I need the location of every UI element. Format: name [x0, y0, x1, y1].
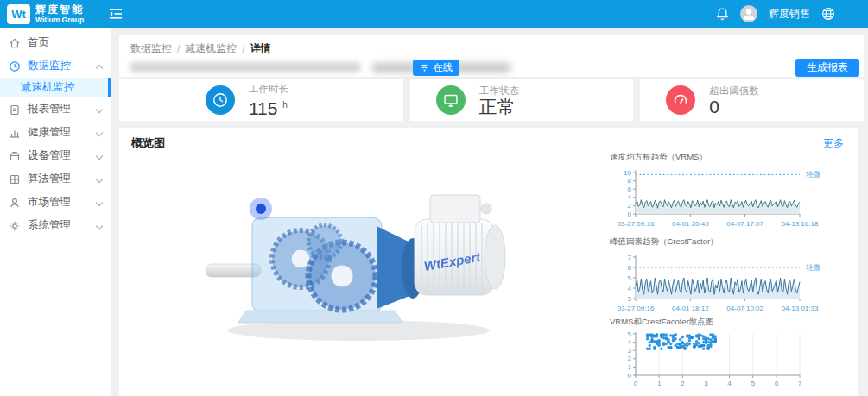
stat-card-working-status: 工作状态 正常 [410, 79, 634, 121]
svg-text:6: 6 [775, 380, 779, 387]
breadcrumb-separator: / [177, 43, 180, 55]
chevron-down-icon [96, 153, 102, 159]
sidebar-item-8[interactable]: 系统管理 [0, 214, 111, 237]
brand-area: Wt 辉度智能 Witium Group [0, 4, 104, 24]
sidebar-item-3[interactable]: 报表管理 [0, 97, 111, 121]
svg-text:7: 7 [628, 254, 632, 261]
sidebar-item-label: 首页 [28, 35, 49, 50]
stat-card-working-hours: 工作时长 115 h [119, 79, 403, 121]
page-topbar: 数据监控/减速机监控/详情 在线 生成报表 [119, 35, 864, 77]
sidebar-item-label: 算法管理 [28, 172, 71, 186]
online-label: 在线 [433, 61, 453, 74]
generate-report-button[interactable]: 生成报表 [795, 59, 859, 77]
sidebar-item-label: 系统管理 [28, 218, 71, 233]
svg-text:04-13 01:33: 04-13 01:33 [782, 305, 819, 312]
svg-text:5: 5 [751, 380, 755, 387]
svg-text:03-27 09:16: 03-27 09:16 [618, 305, 655, 312]
svg-text:04-13 16:18: 04-13 16:18 [782, 220, 819, 228]
device-name-redacted [130, 62, 361, 72]
home-icon [9, 37, 21, 49]
svg-text:0: 0 [628, 372, 632, 380]
chevron-down-icon [96, 223, 102, 229]
gearbox-3d-view: WtExpert [199, 164, 510, 347]
svg-text:04-01 18:12: 04-01 18:12 [672, 305, 709, 312]
user-avatar[interactable] [740, 5, 757, 22]
sidebar-item-5[interactable]: 设备管理 [0, 144, 111, 167]
sidebar-item-4[interactable]: 健康管理 [0, 121, 111, 144]
brand-name: 辉度智能 [35, 4, 84, 16]
report-icon [9, 104, 21, 116]
sidebar-subitem-2[interactable]: 减速机监控 [0, 78, 111, 97]
svg-text:2: 2 [628, 202, 632, 210]
chevron-down-icon [96, 176, 102, 182]
sidebar-item-7[interactable]: 市场管理 [0, 191, 111, 214]
svg-text:6: 6 [628, 185, 632, 193]
clock-icon [206, 85, 235, 115]
svg-text:3: 3 [704, 380, 708, 387]
svg-text:04-07 10:02: 04-07 10:02 [726, 305, 763, 312]
user-name[interactable]: 辉度销售 [769, 7, 810, 22]
overview-title: 概览图 [131, 135, 165, 151]
sidebar-subitem-label: 减速机监控 [21, 80, 75, 95]
svg-text:3: 3 [628, 347, 632, 355]
more-link[interactable]: 更多 [823, 136, 844, 151]
algorithm-icon [9, 173, 21, 185]
chart-title: 速度均方根趋势（VRMS） [610, 152, 858, 163]
stat-value: 0 [709, 97, 719, 116]
svg-text:3: 3 [628, 295, 632, 303]
stat-label: 工作状态 [479, 85, 519, 97]
chevron-down-icon [96, 129, 102, 135]
stat-label: 超出阈值数 [709, 85, 759, 97]
vrms-trend-chart: 速度均方根趋势（VRMS） 0246810轻微03-27 09:1604-01 … [605, 152, 858, 235]
chevron-up-icon [96, 63, 102, 69]
sidebar-item-label: 数据监控 [28, 59, 71, 73]
breadcrumb-separator: / [242, 43, 244, 55]
chevron-down-icon [96, 199, 102, 205]
svg-text:1: 1 [628, 363, 632, 371]
svg-text:10: 10 [624, 169, 631, 177]
sidebar-item-0[interactable]: 首页 [0, 31, 111, 54]
sidebar-item-6[interactable]: 算法管理 [0, 167, 111, 191]
sidebar-item-label: 市场管理 [28, 195, 71, 210]
svg-text:2: 2 [681, 380, 685, 387]
sidebar-item-label: 报表管理 [28, 102, 71, 116]
svg-text:04-07 17:07: 04-07 17:07 [726, 220, 763, 228]
stat-unit: h [282, 100, 288, 110]
data-monitor-icon [9, 60, 21, 72]
stat-label: 工作时长 [249, 83, 288, 95]
brand-logo[interactable]: Wt [7, 4, 30, 24]
chart-title: 峰值因素趋势（CrestFactor） [610, 236, 858, 248]
market-icon [9, 197, 21, 209]
system-icon [9, 220, 21, 232]
sidebar-item-label: 健康管理 [28, 125, 71, 140]
svg-text:04-01 20:45: 04-01 20:45 [672, 220, 709, 228]
chart-plot: 0246810轻微03-27 09:1604-01 20:4504-07 17:… [605, 166, 858, 235]
globe-icon[interactable] [821, 7, 835, 21]
chart-plot: 01234501234567 [605, 330, 858, 389]
breadcrumb-item-1[interactable]: 减速机监控 [185, 41, 237, 56]
sidebar-item-1[interactable]: 数据监控 [0, 54, 111, 78]
vrms-crestfactor-scatter-chart: VRMS和CrestFacoter散点图 01234501234567 [605, 317, 858, 389]
crestfactor-trend-chart: 峰值因素趋势（CrestFactor） 34567轻微03-27 09:1604… [605, 236, 858, 319]
svg-text:4: 4 [727, 380, 732, 387]
sensor-marker[interactable] [250, 198, 272, 220]
breadcrumb-item-0[interactable]: 数据监控 [130, 41, 172, 56]
sidebar: 首页数据监控减速机监控报表管理健康管理设备管理算法管理市场管理系统管理 [0, 28, 111, 396]
sidebar-item-label: 设备管理 [28, 148, 71, 163]
chart-plot: 34567轻微03-27 09:1604-01 18:1204-07 10:02… [605, 250, 858, 319]
svg-text:6: 6 [628, 264, 632, 272]
chevron-down-icon [96, 106, 102, 112]
gauge-icon [666, 85, 695, 115]
svg-text:4: 4 [628, 338, 632, 346]
header-actions: 辉度销售 [716, 5, 868, 22]
svg-text:2: 2 [628, 355, 632, 362]
svg-text:5: 5 [628, 330, 632, 338]
shadow [227, 320, 490, 341]
health-icon [9, 127, 21, 139]
menu-fold-icon[interactable] [109, 8, 123, 20]
stat-value: 正常 [479, 97, 516, 116]
svg-text:4: 4 [628, 285, 632, 292]
svg-text:8: 8 [628, 177, 632, 185]
bell-icon[interactable] [716, 7, 729, 21]
wifi-icon [420, 64, 429, 72]
